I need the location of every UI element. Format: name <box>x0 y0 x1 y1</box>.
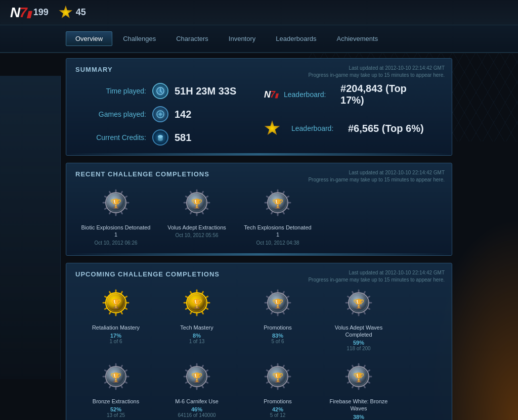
credits-icon <box>152 129 168 146</box>
header: N7▮ 199 45 <box>0 0 518 25</box>
upcoming-challenge-list: 🏆 Retaliation Mastery 17% 1 of 6 🏆 <box>75 285 443 420</box>
challenge-percent: 38% <box>353 414 364 420</box>
svg-text:🏆: 🏆 <box>110 198 122 209</box>
main-content: SUMMARY Last updated at 2012-10-10 22:14… <box>0 53 518 420</box>
challenge-badge: 🏆 <box>100 188 132 220</box>
summary-grid: Time played: 51H 23M 33S Games played: <box>75 80 443 148</box>
star-lb-value: #6,565 (Top 6%) <box>348 123 424 134</box>
tab-overview[interactable]: Overview <box>66 31 112 46</box>
star-lb-label: Leaderboard: <box>291 124 342 132</box>
summary-panel: SUMMARY Last updated at 2012-10-10 22:14… <box>66 58 452 156</box>
navigation-bar: Overview Challenges Characters Inventory… <box>0 25 518 53</box>
summary-right: N7▮ Leaderboard: #204,843 (Top 17%) Lead… <box>264 83 433 146</box>
games-played-row: Games played: 142 <box>85 106 254 122</box>
games-value: 142 <box>175 109 191 120</box>
challenge-name: Biotic Explosions Detonated 1 <box>80 224 151 239</box>
time-value: 51H 23M 33S <box>175 85 236 97</box>
challenge-progress: 5 of 6 <box>271 339 284 344</box>
n7-lb-label: Leaderboard: <box>284 90 334 99</box>
credits-value: 581 <box>175 132 191 144</box>
n7-leaderboard-row: N7▮ Leaderboard: #204,843 (Top 17%) <box>264 83 433 106</box>
summary-meta: Last updated at 2012-10-10 22:14:42 GMT … <box>308 65 445 79</box>
summary-left: Time played: 51H 23M 33S Games played: <box>85 83 254 146</box>
challenge-percent: 42% <box>272 406 283 412</box>
challenge-name: M-6 Carnifex Use <box>175 398 219 405</box>
svg-text:🏆: 🏆 <box>191 198 203 209</box>
challenge-badge: 🏆 <box>342 361 375 394</box>
upcoming-challenges-meta: Last updated at 2012-10-10 22:14:42 GMT … <box>308 269 445 284</box>
challenge-date: Oct 10, 2012 05:56 <box>175 232 218 238</box>
star-leaderboard-row: Leaderboard: #6,565 (Top 6%) <box>264 113 433 136</box>
list-item: 🏆 Retaliation Mastery 17% 1 of 6 <box>80 288 151 352</box>
challenge-badge: 🏆 <box>181 361 213 394</box>
list-item: 🏆 Bronze Extractions 52% 13 of 25 <box>80 361 151 420</box>
challenge-progress: 5 of 12 <box>270 412 286 418</box>
star-rating: 45 <box>59 6 86 20</box>
challenge-percent: 52% <box>110 406 121 412</box>
svg-text:🏆: 🏆 <box>272 298 284 309</box>
credits-row: Current Credits: 581 <box>85 129 254 146</box>
challenge-date: Oct 10, 2012 06:26 <box>94 240 137 246</box>
challenge-percent: 46% <box>191 406 202 412</box>
svg-text:🏆: 🏆 <box>110 298 122 309</box>
svg-point-5 <box>158 135 163 138</box>
list-item: 🏆 Firebase White: Bronze Waves 38% 38 of… <box>323 361 394 420</box>
star-level: 45 <box>76 7 86 18</box>
challenge-badge: 🏆 <box>262 288 294 320</box>
list-item: 🏆 Promotions 42% 5 of 12 <box>242 361 313 420</box>
challenge-badge: 🏆 <box>342 288 375 320</box>
svg-text:🏆: 🏆 <box>353 372 365 383</box>
tab-achievements[interactable]: Achievements <box>327 31 388 46</box>
svg-text:🏆: 🏆 <box>272 372 284 383</box>
challenge-percent: 59% <box>353 340 364 346</box>
challenge-percent: 17% <box>110 333 121 339</box>
challenge-name: Firebase White: Bronze Waves <box>323 398 394 412</box>
credits-label: Current Credits: <box>85 133 146 142</box>
challenge-name: Tech Explosions Detonated 1 <box>242 224 313 239</box>
challenge-progress: 118 of 200 <box>347 346 370 351</box>
challenge-badge: 🏆 <box>100 288 132 320</box>
challenge-name: Bronze Extractions <box>93 398 139 405</box>
challenge-badge: 🏆 <box>181 288 213 320</box>
n7-lb-logo: N7▮ <box>264 89 278 100</box>
list-item: 🏆 Promotions 83% 5 of 6 <box>242 288 313 352</box>
challenge-badge: 🏆 <box>262 188 294 220</box>
games-label: Games played: <box>85 110 146 118</box>
svg-text:🏆: 🏆 <box>191 372 203 383</box>
challenge-percent: 8% <box>193 333 201 339</box>
list-item: 🏆 Volus Adept Waves Completed 59% 118 of… <box>323 288 394 352</box>
recent-challenges-panel: RECENT CHALLENGE COMPLETIONS Last update… <box>66 163 452 256</box>
list-item: 🏆 M-6 Carnifex Use 46% 64116 of 140000 <box>161 361 232 420</box>
challenge-progress: 64116 of 140000 <box>178 412 215 418</box>
list-item: 🏆 Volus Adept Extractions Oct 10, 2012 0… <box>161 188 232 246</box>
time-played-row: Time played: 51H 23M 33S <box>85 83 254 99</box>
tab-characters[interactable]: Characters <box>166 31 218 46</box>
challenge-name: Promotions <box>264 398 292 405</box>
challenge-badge: 🏆 <box>100 361 132 394</box>
games-icon <box>152 106 168 122</box>
time-icon <box>152 83 168 99</box>
svg-text:🏆: 🏆 <box>110 372 122 383</box>
svg-text:🏆: 🏆 <box>272 198 284 209</box>
tab-leaderboards[interactable]: Leaderboards <box>266 31 326 46</box>
challenge-name: Volus Adept Extractions <box>167 224 226 231</box>
challenge-name: Tech Mastery <box>180 324 213 331</box>
recent-challenges-meta: Last updated at 2012-10-10 22:14:42 GMT … <box>308 169 445 183</box>
star-lb-icon <box>264 120 280 136</box>
recent-challenge-list: 🏆 Biotic Explosions Detonated 1 Oct 10, … <box>75 185 443 248</box>
upcoming-challenges-panel: UPCOMING CHALLENGE COMPLETIONS Last upda… <box>66 263 452 420</box>
tab-inventory[interactable]: Inventory <box>219 31 265 46</box>
challenge-date: Oct 10, 2012 04:38 <box>256 240 299 246</box>
list-item: 🏆 Biotic Explosions Detonated 1 Oct 10, … <box>80 188 151 246</box>
list-item: 🏆 Tech Explosions Detonated 1 Oct 10, 20… <box>242 188 313 246</box>
challenge-progress: 1 of 13 <box>189 339 205 344</box>
challenge-name: Promotions <box>264 324 292 331</box>
star-icon <box>59 6 73 20</box>
challenge-badge: 🏆 <box>262 361 294 394</box>
n7-logo: N7▮ <box>10 5 30 21</box>
tab-challenges[interactable]: Challenges <box>113 31 165 46</box>
n7-level: 199 <box>33 7 49 18</box>
challenge-progress: 1 of 6 <box>109 339 122 344</box>
challenge-progress: 13 of 25 <box>107 412 125 418</box>
list-item: 🏆 Tech Mastery 8% 1 of 13 <box>161 288 232 352</box>
